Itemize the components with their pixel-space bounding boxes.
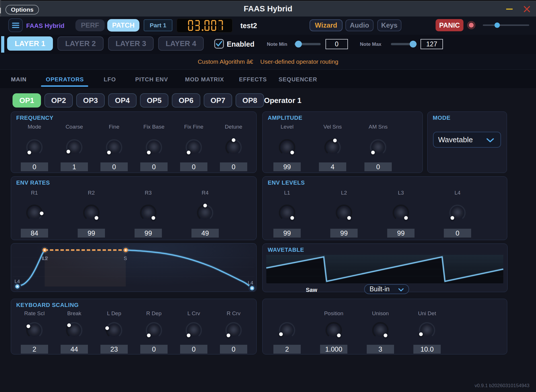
knob-dial xyxy=(24,319,45,341)
knob-label-unison: Unison xyxy=(372,310,389,317)
knob-value-frequency-2[interactable]: 0 xyxy=(100,162,128,171)
knob-label-level: Level xyxy=(281,124,293,130)
knob-value-oscillator-1[interactable]: 1.000 xyxy=(320,345,347,354)
enabled-checkbox[interactable] xyxy=(214,39,224,49)
knob-value-env_levels-3[interactable]: 0 xyxy=(444,229,471,238)
op-button-6[interactable]: OP6 xyxy=(172,93,200,108)
knob-dial xyxy=(390,202,412,224)
panel-frequency: FREQUENCYMode0Coarse1Fine0Fix Base0Fix F… xyxy=(11,112,257,173)
tab-main[interactable]: MAIN xyxy=(11,76,26,83)
tab-mod-matrix[interactable]: MOD MATRIX xyxy=(185,76,224,83)
chevron-down-icon xyxy=(486,138,494,143)
minimize-icon[interactable] xyxy=(506,9,513,10)
layer-button-2[interactable]: LAYER 2 xyxy=(57,36,104,51)
panel-title: FREQUENCY xyxy=(16,115,53,121)
knob-label-l2: L2 xyxy=(341,190,347,196)
audio-button[interactable]: Audio xyxy=(345,19,374,31)
knob-value-env_rates-0[interactable]: 84 xyxy=(21,229,48,238)
note-max-slider-knob[interactable] xyxy=(410,41,417,48)
knob-dial xyxy=(223,319,244,341)
tab-lfo[interactable]: LFO xyxy=(104,76,116,83)
knob-dial xyxy=(103,137,125,158)
layer-color-indicator xyxy=(1,36,4,53)
knob-label-break: Break xyxy=(67,310,81,317)
op-button-8[interactable]: OP8 xyxy=(236,93,264,108)
volume-slider-knob[interactable] xyxy=(494,22,500,28)
record-indicator[interactable] xyxy=(467,20,476,30)
note-min-label: Note Min xyxy=(267,42,287,47)
knob-dial xyxy=(63,137,85,158)
knob-dial xyxy=(143,319,165,341)
check-icon xyxy=(215,40,223,48)
op-button-1[interactable]: OP1 xyxy=(13,93,41,108)
tab-pitch-env[interactable]: PITCH ENV xyxy=(135,76,168,83)
mode-dropdown[interactable]: Wavetable xyxy=(433,132,501,148)
volume-slider-track[interactable] xyxy=(483,24,529,26)
tab-sequencer[interactable]: SEQUENCER xyxy=(279,76,317,83)
part-button[interactable]: Part 1 xyxy=(144,19,172,31)
knob-value-oscillator-0[interactable]: 2 xyxy=(273,345,301,354)
knob-value-frequency-4[interactable]: 0 xyxy=(180,162,207,171)
knob-dial xyxy=(276,137,298,158)
knob-value-keyboard_scaling-5[interactable]: 0 xyxy=(220,345,247,354)
lcd-digits xyxy=(176,18,233,33)
knob-value-keyboard_scaling-2[interactable]: 23 xyxy=(100,345,128,354)
knob-label-fine: Fine xyxy=(109,124,119,130)
note-min-value[interactable]: 0 xyxy=(325,39,348,49)
panel-envelope-graph[interactable]: L4 L1 L2 S L4 xyxy=(11,243,257,292)
knob-value-env_levels-1[interactable]: 99 xyxy=(330,229,358,238)
panel-title: AMPLITUDE xyxy=(268,115,302,121)
op-button-2[interactable]: OP2 xyxy=(44,93,73,108)
op-button-5[interactable]: OP5 xyxy=(140,93,168,108)
knob-dial xyxy=(63,319,85,341)
knob-value-env_rates-2[interactable]: 99 xyxy=(135,229,162,238)
knob-value-env_levels-2[interactable]: 99 xyxy=(387,229,415,238)
tab-effects[interactable]: EFFECTS xyxy=(239,76,267,83)
knob-value-frequency-5[interactable]: 0 xyxy=(220,162,247,171)
layer-button-1[interactable]: LAYER 1 xyxy=(7,36,53,51)
envelope-graph: L4 L1 L2 S L4 xyxy=(11,244,256,291)
keys-button[interactable]: Keys xyxy=(377,19,401,31)
knob-value-amplitude-1[interactable]: 4 xyxy=(319,162,346,171)
patch-button[interactable]: PATCH xyxy=(107,19,139,32)
wavetable-source-dropdown[interactable]: Built-in xyxy=(364,284,409,294)
menu-button[interactable] xyxy=(8,18,23,32)
op-button-7[interactable]: OP7 xyxy=(204,93,232,108)
knob-value-frequency-0[interactable]: 0 xyxy=(21,162,48,171)
knob-value-oscillator-3[interactable]: 10.0 xyxy=(413,345,441,354)
knob-value-keyboard_scaling-4[interactable]: 0 xyxy=(180,345,207,354)
hamburger-icon xyxy=(12,22,19,28)
panic-button[interactable]: PANIC xyxy=(436,19,463,31)
wizard-button[interactable]: Wizard xyxy=(310,19,343,31)
knob-value-amplitude-2[interactable]: 0 xyxy=(364,162,392,171)
op-button-4[interactable]: OP4 xyxy=(108,93,137,108)
note-max-value[interactable]: 127 xyxy=(420,39,443,49)
op-button-3[interactable]: OP3 xyxy=(76,93,105,108)
tab-underline xyxy=(41,85,88,87)
layer-button-3[interactable]: LAYER 3 xyxy=(108,36,154,51)
tab-operators[interactable]: OPERATORS xyxy=(46,76,84,83)
perf-button[interactable]: PERF xyxy=(75,19,105,31)
env-peak-point[interactable] xyxy=(41,247,48,253)
knob-dial xyxy=(24,137,45,158)
env-label-l2: L2 xyxy=(43,256,48,261)
knob-value-keyboard_scaling-0[interactable]: 2 xyxy=(21,345,48,354)
knob-value-keyboard_scaling-1[interactable]: 44 xyxy=(61,345,88,354)
knob-value-amplitude-0[interactable]: 99 xyxy=(273,162,301,171)
knob-value-oscillator-2[interactable]: 3 xyxy=(367,345,394,354)
panel-wavetable: WAVETABLE Saw Built-in xyxy=(262,244,508,292)
knob-value-keyboard_scaling-3[interactable]: 0 xyxy=(140,345,168,354)
close-icon[interactable] xyxy=(524,6,530,12)
env-label-start: L4 xyxy=(15,279,20,284)
knob-value-env_levels-0[interactable]: 99 xyxy=(273,229,301,238)
env-sustain-point[interactable] xyxy=(122,247,129,253)
knob-label-vel-sns: Vel Sns xyxy=(323,124,342,130)
knob-value-env_rates-3[interactable]: 49 xyxy=(191,229,219,238)
layer-button-4[interactable]: LAYER 4 xyxy=(158,36,204,51)
knob-value-frequency-3[interactable]: 0 xyxy=(140,162,168,171)
note-min-slider-knob[interactable] xyxy=(295,41,302,48)
wave-name-label: Saw xyxy=(306,287,317,293)
knob-value-env_rates-1[interactable]: 99 xyxy=(78,229,105,238)
knob-dial xyxy=(223,137,244,158)
knob-value-frequency-1[interactable]: 1 xyxy=(61,162,88,171)
